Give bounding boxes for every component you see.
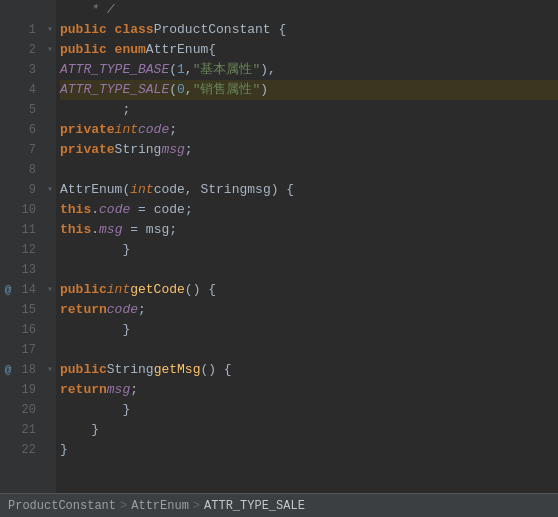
fold-icon-19 [44, 380, 56, 400]
line-number-6: 6 [16, 120, 40, 140]
line-number-2: 2 [16, 40, 40, 60]
gutter-icon-9 [0, 180, 16, 200]
breadcrumb-sep-1: > [193, 499, 200, 513]
line-number-4: 4 [16, 80, 40, 100]
line-number-17: 17 [16, 340, 40, 360]
gutter-icon-0 [0, 0, 16, 20]
code-line-21: } [60, 420, 558, 440]
code-line-0: * / [60, 0, 558, 20]
fold-gutter-col: ▾▾▾▾▾ [44, 0, 56, 493]
code-line-17 [60, 340, 558, 360]
line-number-13: 13 [16, 260, 40, 280]
gutter-icon-15 [0, 300, 16, 320]
line-number-10: 10 [16, 200, 40, 220]
fold-icon-0 [44, 0, 56, 20]
line-number-0 [16, 0, 40, 20]
fold-icon-14[interactable]: ▾ [44, 280, 56, 300]
fold-icon-18[interactable]: ▾ [44, 360, 56, 380]
code-line-11: this.msg = msg; [60, 220, 558, 240]
code-line-12: } [60, 240, 558, 260]
line-number-20: 20 [16, 400, 40, 420]
line-number-14: 14 [16, 280, 40, 300]
gutter-icon-3 [0, 60, 16, 80]
line-number-8: 8 [16, 160, 40, 180]
gutter-icon-18[interactable]: @ [0, 360, 16, 380]
line-number-9: 9 [16, 180, 40, 200]
fold-icon-15 [44, 300, 56, 320]
gutter-icon-2 [0, 40, 16, 60]
code-line-15: return code; [60, 300, 558, 320]
code-line-8 [60, 160, 558, 180]
code-line-22: } [60, 440, 558, 460]
gutter-icon-14[interactable]: @ [0, 280, 16, 300]
code-line-9: AttrEnum(int code, String msg) { [60, 180, 558, 200]
code-line-4: ATTR_TYPE_SALE(0,"销售属性") [60, 80, 558, 100]
code-line-6: private int code; [60, 120, 558, 140]
line-number-3: 3 [16, 60, 40, 80]
line-number-1: 1 [16, 20, 40, 40]
line-number-16: 16 [16, 320, 40, 340]
gutter-icon-1 [0, 20, 16, 40]
code-line-16: } [60, 320, 558, 340]
gutter-icon-5 [0, 100, 16, 120]
code-content: * /public class ProductConstant { public… [56, 0, 558, 493]
gutter-icon-12 [0, 240, 16, 260]
code-line-1: public class ProductConstant { [60, 20, 558, 40]
fold-icon-20 [44, 400, 56, 420]
breadcrumb-sep-0: > [120, 499, 127, 513]
fold-icon-9[interactable]: ▾ [44, 180, 56, 200]
fold-icon-10 [44, 200, 56, 220]
line-number-12: 12 [16, 240, 40, 260]
fold-icon-21 [44, 420, 56, 440]
left-margin: @@ 12345678910111213141516171819202122 ▾… [0, 0, 56, 493]
gutter-icon-21 [0, 420, 16, 440]
gutter-icons-col: @@ [0, 0, 16, 493]
code-line-19: return msg; [60, 380, 558, 400]
fold-icon-17 [44, 340, 56, 360]
fold-icon-22 [44, 440, 56, 460]
code-line-20: } [60, 400, 558, 420]
fold-icon-8 [44, 160, 56, 180]
code-line-18: public String getMsg() { [60, 360, 558, 380]
breadcrumb-item-0[interactable]: ProductConstant [8, 499, 116, 513]
gutter-icon-11 [0, 220, 16, 240]
line-number-21: 21 [16, 420, 40, 440]
gutter-icon-19 [0, 380, 16, 400]
line-number-5: 5 [16, 100, 40, 120]
line-number-18: 18 [16, 360, 40, 380]
gutter-icon-20 [0, 400, 16, 420]
gutter-icon-17 [0, 340, 16, 360]
fold-icon-16 [44, 320, 56, 340]
line-number-22: 22 [16, 440, 40, 460]
code-area: @@ 12345678910111213141516171819202122 ▾… [0, 0, 558, 493]
code-line-2: public enum AttrEnum{ [60, 40, 558, 60]
fold-icon-3 [44, 60, 56, 80]
fold-icon-4 [44, 80, 56, 100]
gutter-icon-4 [0, 80, 16, 100]
code-line-13 [60, 260, 558, 280]
breadcrumb-bar: ProductConstant > AttrEnum > ATTR_TYPE_S… [0, 493, 558, 517]
fold-icon-5 [44, 100, 56, 120]
code-line-3: ATTR_TYPE_BASE(1,"基本属性"), [60, 60, 558, 80]
breadcrumb-item-1[interactable]: AttrEnum [131, 499, 189, 513]
gutter-icon-8 [0, 160, 16, 180]
gutter-icon-10 [0, 200, 16, 220]
code-line-14: public int getCode() { [60, 280, 558, 300]
line-number-15: 15 [16, 300, 40, 320]
gutter-icon-6 [0, 120, 16, 140]
editor-container: @@ 12345678910111213141516171819202122 ▾… [0, 0, 558, 517]
fold-icon-12 [44, 240, 56, 260]
line-number-7: 7 [16, 140, 40, 160]
breadcrumb-item-2[interactable]: ATTR_TYPE_SALE [204, 499, 305, 513]
gutter-icon-7 [0, 140, 16, 160]
code-line-5: ; [60, 100, 558, 120]
fold-icon-6 [44, 120, 56, 140]
fold-icon-2[interactable]: ▾ [44, 40, 56, 60]
line-number-11: 11 [16, 220, 40, 240]
fold-icon-11 [44, 220, 56, 240]
fold-icon-1[interactable]: ▾ [44, 20, 56, 40]
fold-icon-7 [44, 140, 56, 160]
gutter-icon-16 [0, 320, 16, 340]
code-line-7: private String msg; [60, 140, 558, 160]
gutter-icon-22 [0, 440, 16, 460]
